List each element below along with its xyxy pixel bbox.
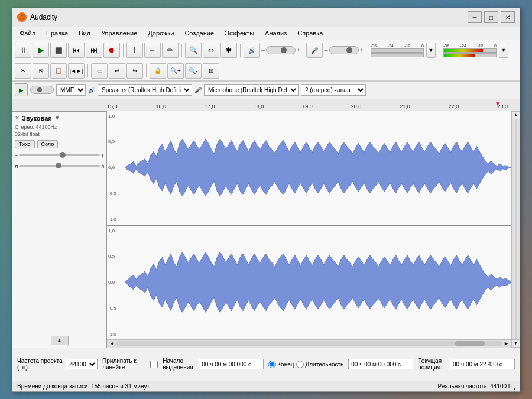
cursor-tool-button[interactable]: I (126, 43, 143, 58)
track-collapse-area: ▲ (15, 336, 104, 345)
mic-plus: + (360, 47, 363, 53)
snap-checkbox[interactable] (150, 361, 158, 368)
menu-bar: Файл Правка Вид Управление Дорожки Созда… (12, 27, 520, 40)
menu-help[interactable]: Справка (293, 28, 327, 38)
volume-dash: ─ (261, 47, 265, 53)
end-length-radios: Конец Длительность (268, 361, 343, 368)
zoom-fit-edit-button[interactable]: ⊡ (203, 63, 219, 79)
sync-lock-button[interactable]: 🔒 (150, 63, 166, 79)
record-button[interactable]: ⏺ (103, 43, 120, 58)
scroll-up-btn[interactable]: ▲ (512, 111, 520, 119)
track-area: ✕ Звуковая ▼ Стерео, 44100Hz 32-bit floa… (12, 111, 520, 348)
menu-tracks[interactable]: Дорожки (143, 28, 179, 38)
menu-analyze[interactable]: Анализ (260, 28, 291, 38)
selection-start-input[interactable] (199, 359, 264, 369)
selection-start-field: Начало выделения: (163, 358, 264, 371)
input-device-select[interactable]: Microphone (Realtek High Defi (204, 84, 299, 96)
h-scroll-track[interactable] (116, 341, 502, 346)
menu-effects[interactable]: Эффекты (220, 28, 259, 38)
position-input[interactable] (450, 359, 515, 369)
volume-icon: 🔊 (244, 43, 260, 58)
silence-button[interactable]: ▭ (91, 63, 108, 79)
track-pan-control: л п (15, 162, 104, 170)
position-label: Текущая позиция: (418, 358, 447, 371)
real-rate-label: Реальная частота: 44100 Гц (437, 383, 515, 390)
timeline-ruler: 15,0 16,0 17,0 18,0 19,0 20,0 21,0 22,0 … (12, 99, 520, 111)
maximize-button[interactable]: □ (484, 11, 498, 23)
zoom-in-button[interactable]: 🔍 (185, 43, 202, 58)
v-scroll-track[interactable] (515, 119, 517, 339)
zoom-out-edit-button[interactable]: 🔍- (185, 63, 202, 79)
cut-button[interactable]: ✂ (15, 63, 31, 79)
sep-e1 (87, 64, 88, 77)
redo-button[interactable]: ↪ (126, 63, 143, 79)
small-play-button[interactable]: ▶ (15, 83, 28, 96)
solo-button[interactable]: Соло (37, 140, 59, 148)
trim-button[interactable]: |◄►| (68, 63, 85, 79)
menu-view[interactable]: Вид (74, 28, 95, 38)
end-radio-label: Конец (268, 361, 294, 368)
scroll-left-btn[interactable]: ◄ (109, 340, 115, 346)
y-axis-bot: 1,0 0,5 0,0 -0,5 -1,0 (108, 226, 124, 339)
end-radio[interactable] (268, 361, 276, 368)
selection-end-input[interactable] (348, 359, 413, 369)
transport-toolbar: ⏸ ▶ ⬛ ⏮ ⏭ ⏺ I ↔ ✏ 🔍 ⇔ ✱ 🔊 ─ + 🎤 ─ (12, 40, 520, 61)
copy-button[interactable]: ⎘ (33, 63, 49, 79)
output-meter-btn[interactable]: ▼ (426, 43, 436, 58)
zoom-in-edit-button[interactable]: 🔍+ (167, 63, 184, 79)
zoom-fit-button[interactable]: ⇔ (203, 43, 219, 58)
h-scrollbar[interactable]: ◄ ► (107, 339, 511, 348)
track-collapse-button[interactable]: ▲ (51, 336, 69, 345)
paste-button[interactable]: 📋 (50, 63, 67, 79)
track-name: Звуковая (22, 115, 52, 122)
level-labels-input: -36 -24 -12 0 (443, 44, 497, 48)
channels-select[interactable]: 2 (стерео) канал (301, 84, 366, 96)
draw-tool-button[interactable]: ✏ (162, 43, 179, 58)
status-row-1: Частота проекта (Гц): 44100 Прилипать к … (17, 358, 515, 371)
separator-3 (240, 44, 241, 57)
menu-edit[interactable]: Правка (41, 28, 73, 38)
multi-tool-button[interactable]: ✱ (220, 43, 237, 58)
level-meter-input: -36 -24 -12 0 (443, 44, 497, 57)
top-channel[interactable]: 1,0 0,5 0,0 -0,5 -1,0 (107, 111, 511, 226)
stop-button[interactable]: ⬛ (50, 43, 67, 58)
undo-button[interactable]: ↩ (109, 63, 125, 79)
pan-slider[interactable] (19, 162, 100, 170)
track-close-button[interactable]: ✕ (15, 115, 20, 121)
selection-end-field (348, 359, 413, 369)
volume-plus-label: + (101, 153, 104, 158)
mute-button[interactable]: Тихо (15, 140, 35, 148)
track-dropdown-button[interactable]: ▼ (54, 115, 60, 121)
skip-end-button[interactable]: ⏭ (86, 43, 102, 58)
audacity-window: 🎵 Audacity ─ □ ✕ Файл Правка Вид Управле… (12, 8, 520, 392)
menu-create[interactable]: Создание (180, 28, 219, 38)
length-radio[interactable] (296, 361, 304, 368)
h-scroll-thumb[interactable] (455, 341, 485, 346)
scroll-right-btn[interactable]: ► (504, 340, 509, 346)
length-radio-label: Длительность (296, 361, 343, 368)
menu-file[interactable]: Файл (15, 28, 40, 38)
input-volume-slider[interactable] (329, 46, 359, 54)
main-toolbar: ⏸ ▶ ⬛ ⏮ ⏭ ⏺ I ↔ ✏ 🔍 ⇔ ✱ 🔊 ─ + 🎤 ─ (12, 40, 520, 82)
device-toolbar: ▶ MME 🔊 Speakers (Realtek High Definit 🎤… (12, 82, 520, 99)
skip-start-button[interactable]: ⏮ (68, 43, 85, 58)
menu-manage[interactable]: Управление (96, 28, 142, 38)
mini-slider[interactable] (30, 86, 54, 94)
input-meter-btn[interactable]: ▼ (499, 43, 508, 58)
close-button[interactable]: ✕ (501, 11, 515, 23)
v-scrollbar[interactable]: ▲ ▼ (511, 111, 520, 348)
play-button[interactable]: ▶ (33, 43, 49, 58)
selection-tool-button[interactable]: ↔ (144, 43, 161, 58)
output-volume-slider[interactable] (266, 46, 296, 54)
driver-select[interactable]: MME (56, 84, 86, 96)
output-device-select[interactable]: Speakers (Realtek High Definit (98, 84, 192, 96)
playhead-bot (492, 226, 492, 339)
bottom-channel[interactable]: 1,0 0,5 0,0 -0,5 -1,0 (107, 226, 511, 339)
volume-slider[interactable] (19, 151, 99, 160)
project-rate-select[interactable]: 44100 (66, 359, 98, 369)
minimize-button[interactable]: ─ (468, 11, 482, 23)
pause-button[interactable]: ⏸ (15, 43, 31, 58)
scroll-down-btn[interactable]: ▼ (512, 339, 520, 348)
volume-minus-label: − (15, 153, 18, 158)
playhead-top (492, 111, 492, 225)
